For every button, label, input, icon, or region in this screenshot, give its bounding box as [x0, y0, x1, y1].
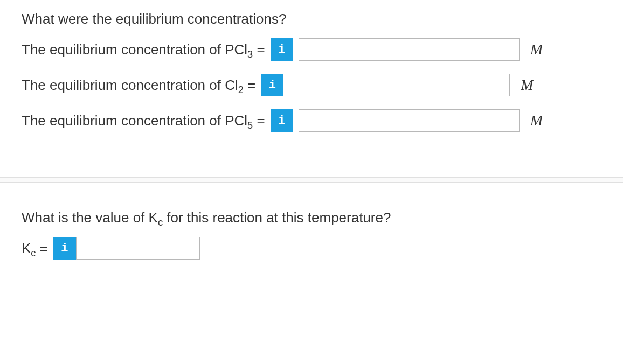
- row-cl2: The equilibrium concentration of Cl2 = i…: [22, 74, 601, 96]
- question-title-2: What is the value of Kc for this reactio…: [22, 209, 601, 226]
- unit-pcl5: M: [530, 112, 543, 129]
- section-kc: What is the value of Kc for this reactio…: [22, 209, 601, 292]
- input-pcl5[interactable]: [299, 109, 520, 132]
- info-icon[interactable]: i: [271, 109, 293, 132]
- label-cl2: The equilibrium concentration of Cl2 =: [22, 77, 255, 94]
- row-pcl5: The equilibrium concentration of PCl5 = …: [22, 109, 601, 132]
- label-kc: Kc =: [22, 240, 48, 257]
- label-pcl3: The equilibrium concentration of PCl3 =: [22, 41, 265, 58]
- label-pcl5: The equilibrium concentration of PCl5 =: [22, 113, 265, 129]
- section-divider: [0, 177, 623, 183]
- row-kc: Kc = i: [22, 237, 601, 260]
- input-pcl3[interactable]: [299, 38, 520, 61]
- info-icon[interactable]: i: [271, 38, 293, 61]
- unit-pcl3: M: [530, 41, 543, 58]
- info-icon[interactable]: i: [261, 74, 283, 96]
- question-title-1: What were the equilibrium concentrations…: [22, 11, 601, 27]
- info-icon[interactable]: i: [53, 237, 76, 260]
- input-cl2[interactable]: [289, 74, 510, 96]
- row-pcl3: The equilibrium concentration of PCl3 = …: [22, 38, 601, 61]
- input-kc[interactable]: [76, 237, 200, 260]
- section-equilibrium-concentrations: What were the equilibrium concentrations…: [22, 11, 601, 177]
- unit-cl2: M: [521, 76, 533, 94]
